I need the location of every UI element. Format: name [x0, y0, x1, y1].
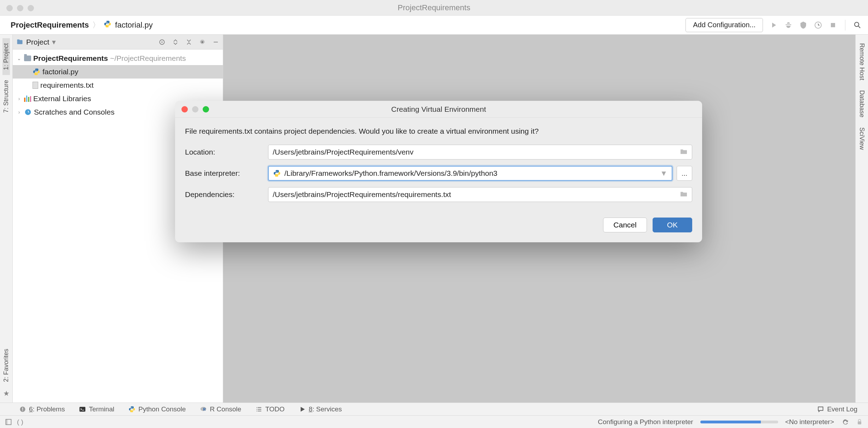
close-icon[interactable] — [181, 106, 188, 112]
tree-label: Scratches and Consoles — [34, 108, 115, 116]
interpreter-browse-button[interactable]: ... — [677, 166, 692, 181]
navigation-bar: ProjectRequirements 〉 factorial.py Add C… — [0, 16, 868, 35]
add-configuration-button[interactable]: Add Configuration... — [685, 18, 763, 32]
form-row-dependencies: Dependencies: /Users/jetbrains/ProjectRe… — [185, 187, 692, 202]
libraries-icon — [24, 96, 31, 102]
tree-root-path: ~/ProjectRequirements — [110, 54, 186, 63]
tool-r-console[interactable]: R R Console — [200, 405, 241, 413]
status-task[interactable]: Configuring a Python interpreter — [598, 418, 693, 426]
close-icon[interactable] — [6, 5, 13, 11]
coverage-icon[interactable] — [799, 21, 808, 29]
tool-windows-icon[interactable] — [5, 418, 12, 426]
tree-file-factorial[interactable]: factorial.py — [13, 65, 223, 79]
chevron-right-icon[interactable]: › — [16, 96, 22, 102]
dialog-creating-venv: Creating Virtual Environment File requir… — [175, 101, 702, 242]
svg-rect-5 — [17, 40, 23, 44]
window-title: ProjectRequirements — [398, 3, 470, 12]
tool-tab-project[interactable]: 1: Project — [2, 38, 10, 75]
tree-file-requirements[interactable]: requirements.txt — [13, 79, 223, 92]
tree-root[interactable]: ⌄ ProjectRequirements ~/ProjectRequireme… — [13, 52, 223, 65]
chevron-down-icon[interactable]: ⌄ — [16, 56, 22, 61]
dialog-title: Creating Virtual Environment — [391, 105, 486, 114]
svg-point-4 — [855, 22, 859, 27]
window-controls — [6, 5, 34, 11]
tool-tab-database[interactable]: Database — [858, 85, 866, 122]
locate-icon[interactable] — [158, 39, 166, 46]
dialog-buttons: Cancel OK — [185, 218, 692, 232]
tool-tab-sciview[interactable]: SciView — [858, 122, 866, 155]
breadcrumb-root[interactable]: ProjectRequirements — [11, 21, 89, 30]
gear-icon[interactable] — [199, 39, 206, 46]
dialog-window-controls — [181, 106, 209, 112]
breadcrumb-separator: 〉 — [92, 20, 100, 30]
stop-icon[interactable] — [829, 21, 837, 29]
location-input[interactable]: /Users/jetbrains/ProjectRequirements/ven… — [268, 145, 692, 160]
services-icon — [299, 406, 306, 413]
svg-rect-17 — [6, 419, 8, 424]
maximize-icon[interactable] — [203, 106, 209, 112]
dialog-titlebar[interactable]: Creating Virtual Environment — [175, 101, 702, 118]
tool-services[interactable]: 8: Services — [299, 405, 342, 413]
status-bar: ( ) Configuring a Python interpreter <No… — [0, 415, 868, 428]
project-header-title[interactable]: Project ▾ — [16, 38, 56, 46]
list-icon — [255, 406, 262, 413]
python-file-icon — [33, 68, 40, 76]
progress-bar[interactable] — [700, 421, 778, 423]
minimize-icon[interactable] — [17, 5, 23, 11]
run-icon[interactable] — [769, 21, 778, 29]
chat-icon — [817, 406, 824, 413]
r-icon: R — [200, 406, 207, 413]
profile-icon[interactable] — [814, 21, 822, 29]
tool-event-log[interactable]: Event Log — [817, 405, 857, 413]
collapse-all-icon[interactable] — [185, 39, 192, 46]
dialog-message: File requirements.txt contains project d… — [185, 127, 692, 135]
project-icon — [16, 39, 23, 46]
chevron-down-icon[interactable]: ▼ — [660, 169, 667, 178]
titlebar: ProjectRequirements — [0, 0, 868, 16]
tool-todo[interactable]: TODO — [255, 405, 285, 413]
location-value: /Users/jetbrains/ProjectRequirements/ven… — [273, 148, 413, 156]
browse-folder-icon[interactable] — [680, 148, 688, 156]
svg-rect-3 — [831, 23, 835, 27]
dependencies-label: Dependencies: — [185, 190, 268, 199]
python-icon — [128, 406, 135, 413]
interpreter-label: Base interpreter: — [185, 169, 268, 178]
tool-problems[interactable]: 6: Problems — [19, 405, 65, 413]
project-header: Project ▾ — [13, 35, 223, 50]
tree-file-label: factorial.py — [42, 68, 79, 76]
tool-terminal[interactable]: Terminal — [79, 405, 114, 413]
tool-python-console[interactable]: Python Console — [128, 405, 186, 413]
python-file-icon — [104, 20, 111, 30]
breadcrumb-file[interactable]: factorial.py — [115, 21, 152, 30]
tree-root-name: ProjectRequirements — [33, 54, 108, 63]
maximize-icon[interactable] — [28, 5, 34, 11]
status-interpreter[interactable]: <No interpreter> — [785, 418, 834, 426]
tool-tab-structure[interactable]: 7: Structure — [2, 75, 10, 118]
interpreter-combobox[interactable]: /Library/Frameworks/Python.framework/Ver… — [268, 166, 672, 181]
chevron-right-icon[interactable]: › — [16, 109, 22, 115]
location-label: Location: — [185, 148, 268, 156]
svg-point-1 — [109, 26, 109, 27]
sync-icon[interactable] — [841, 418, 849, 426]
svg-rect-18 — [858, 421, 861, 424]
form-row-location: Location: /Users/jetbrains/ProjectRequir… — [185, 145, 692, 160]
svg-point-8 — [161, 41, 162, 42]
search-icon[interactable] — [853, 21, 862, 29]
tree-file-label: requirements.txt — [40, 81, 94, 89]
svg-marker-15 — [301, 407, 305, 411]
tool-tab-remote-host[interactable]: Remote Host — [858, 38, 866, 85]
python-icon — [273, 169, 281, 177]
cancel-button[interactable]: Cancel — [603, 218, 647, 232]
dependencies-input[interactable]: /Users/jetbrains/ProjectRequirements/req… — [268, 187, 692, 202]
tool-tab-favorites[interactable]: 2: Favorites — [2, 344, 10, 387]
debug-icon[interactable] — [784, 21, 793, 29]
expand-all-icon[interactable] — [172, 39, 179, 46]
breadcrumb[interactable]: ProjectRequirements 〉 factorial.py — [11, 20, 153, 30]
bottom-tool-bar: 6: Problems Terminal Python Console R R … — [0, 403, 868, 415]
browse-folder-icon[interactable] — [680, 190, 688, 199]
lock-icon[interactable] — [856, 418, 863, 426]
left-tool-stripe: 1: Project 7: Structure 2: Favorites ★ — [0, 35, 13, 403]
hide-icon[interactable] — [212, 39, 219, 46]
svg-point-0 — [106, 21, 107, 22]
ok-button[interactable]: OK — [653, 218, 692, 232]
